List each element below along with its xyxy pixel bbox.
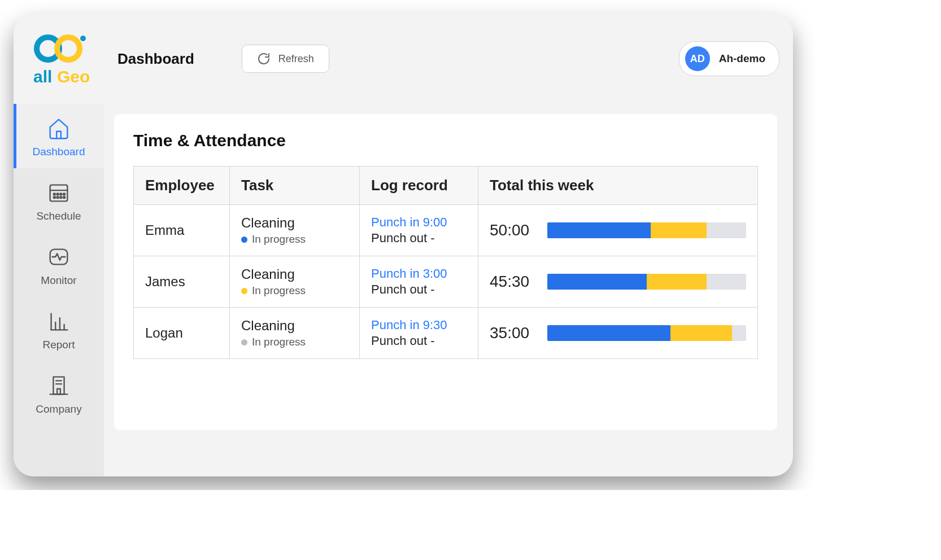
sidebar-item-label: Dashboard <box>33 146 85 158</box>
calendar-icon <box>46 180 72 205</box>
progress-bar <box>547 222 746 238</box>
task-status: In progress <box>241 336 348 348</box>
svg-point-7 <box>54 193 55 195</box>
status-text: In progress <box>252 233 306 246</box>
svg-point-13 <box>60 196 62 198</box>
svg-text:all: all <box>33 67 52 86</box>
allgeo-logo-icon: all Geo <box>28 30 90 87</box>
svg-point-10 <box>63 193 65 195</box>
svg-point-8 <box>57 193 59 195</box>
svg-rect-27 <box>57 389 60 395</box>
sidebar-item-label: Report <box>42 339 75 351</box>
bar-chart-icon <box>46 308 72 334</box>
col-task: Task <box>230 167 360 205</box>
cell-log: Punch in 9:30Punch out - <box>360 308 478 359</box>
punch-out: Punch out - <box>371 334 467 348</box>
col-log: Log record <box>360 167 478 205</box>
user-menu[interactable]: AD Ah-demo <box>679 41 779 76</box>
svg-point-14 <box>63 196 65 198</box>
task-status: In progress <box>241 233 348 246</box>
sidebar-item-label: Monitor <box>41 274 76 287</box>
total-value: 50:00 <box>490 221 535 239</box>
svg-point-9 <box>60 193 62 195</box>
building-icon <box>46 373 72 399</box>
col-total: Total this week <box>478 167 758 205</box>
page-title: Dashboard <box>117 50 194 68</box>
svg-rect-21 <box>53 377 64 395</box>
table-row: EmmaCleaningIn progressPunch in 9:00Punc… <box>134 205 758 256</box>
status-dot-icon <box>241 339 247 345</box>
cell-employee: Emma <box>134 205 230 256</box>
body: Dashboard Schedule Monitor <box>14 104 793 476</box>
progress-bar <box>547 274 746 290</box>
cell-log: Punch in 9:00Punch out - <box>360 205 478 256</box>
svg-point-12 <box>57 196 59 198</box>
col-employee: Employee <box>134 167 230 205</box>
bar-segment-yellow <box>647 274 707 290</box>
header: Dashboard Refresh AD Ah-demo <box>104 14 793 104</box>
status-dot-icon <box>241 288 247 294</box>
sidebar-item-monitor[interactable]: Monitor <box>14 233 104 297</box>
avatar: AD <box>685 46 710 71</box>
cell-employee: Logan <box>134 308 230 359</box>
punch-in[interactable]: Punch in 9:30 <box>371 318 467 333</box>
refresh-icon <box>257 52 271 65</box>
svg-point-2 <box>80 36 86 41</box>
svg-point-11 <box>54 196 55 198</box>
punch-out: Punch out - <box>371 231 467 246</box>
sidebar: Dashboard Schedule Monitor <box>14 104 104 476</box>
task-status: In progress <box>241 285 348 297</box>
app-frame: all Geo Dashboard Refresh AD Ah-demo <box>14 14 793 476</box>
status-text: In progress <box>252 336 306 348</box>
status-text: In progress <box>252 285 306 297</box>
punch-in[interactable]: Punch in 9:00 <box>371 215 467 230</box>
bar-segment-blue <box>547 274 647 290</box>
table-header-row: Employee Task Log record Total this week <box>134 167 758 205</box>
bar-segment-yellow <box>651 222 707 238</box>
task-name: Cleaning <box>241 266 348 282</box>
sidebar-item-label: Company <box>36 403 81 415</box>
home-icon <box>46 115 72 141</box>
total-value: 35:00 <box>490 324 535 342</box>
bar-segment-yellow <box>670 325 732 341</box>
task-name: Cleaning <box>241 318 348 334</box>
sidebar-item-dashboard[interactable]: Dashboard <box>14 104 104 168</box>
activity-icon <box>46 244 72 270</box>
top-bar: all Geo Dashboard Refresh AD Ah-demo <box>14 14 793 104</box>
punch-out: Punch out - <box>371 282 467 297</box>
bar-segment-blue <box>547 325 670 341</box>
attendance-table: Employee Task Log record Total this week… <box>133 166 758 359</box>
sidebar-item-report[interactable]: Report <box>14 297 104 361</box>
bar-segment-blue <box>547 222 651 238</box>
progress-bar <box>547 325 746 341</box>
cell-total: 35:00 <box>478 308 758 359</box>
refresh-label: Refresh <box>278 53 314 65</box>
cell-employee: James <box>134 256 230 308</box>
cell-total: 50:00 <box>478 205 758 256</box>
user-name: Ah-demo <box>719 53 765 65</box>
brand-logo: all Geo <box>14 14 104 104</box>
time-attendance-card: Time & Attendance Employee Task Log reco… <box>114 114 777 430</box>
punch-in[interactable]: Punch in 3:00 <box>371 266 467 281</box>
sidebar-item-schedule[interactable]: Schedule <box>14 168 104 233</box>
total-value: 45:30 <box>490 273 535 291</box>
task-name: Cleaning <box>241 215 348 231</box>
table-row: LoganCleaningIn progressPunch in 9:30Pun… <box>134 308 758 359</box>
table-row: JamesCleaningIn progressPunch in 3:00Pun… <box>134 256 758 308</box>
sidebar-item-company[interactable]: Company <box>14 361 104 426</box>
svg-text:Geo: Geo <box>57 67 90 86</box>
refresh-button[interactable]: Refresh <box>242 45 329 73</box>
cell-total: 45:30 <box>478 256 758 308</box>
content: Time & Attendance Employee Task Log reco… <box>104 104 793 476</box>
status-dot-icon <box>241 237 247 243</box>
cell-task: CleaningIn progress <box>230 205 360 256</box>
cell-log: Punch in 3:00Punch out - <box>360 256 478 308</box>
cell-task: CleaningIn progress <box>230 308 360 359</box>
section-title: Time & Attendance <box>133 131 758 150</box>
cell-task: CleaningIn progress <box>230 256 360 308</box>
sidebar-item-label: Schedule <box>36 210 81 222</box>
